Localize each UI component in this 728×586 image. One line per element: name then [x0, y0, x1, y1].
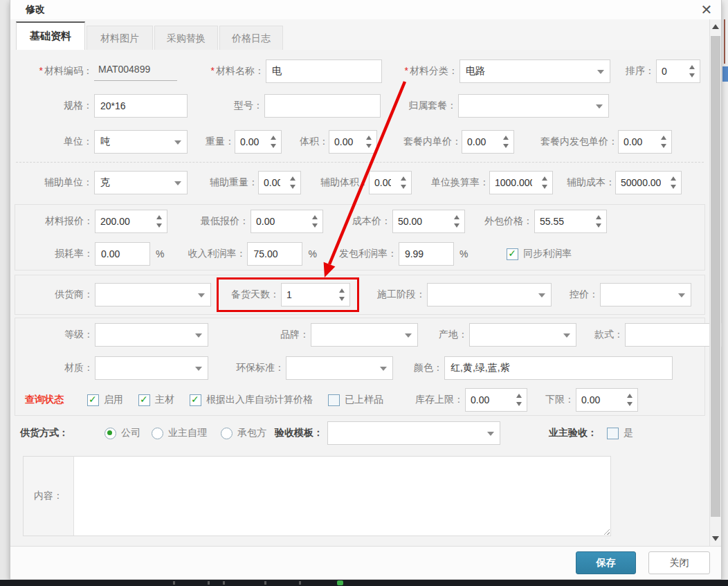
close-button[interactable]: 关闭 — [648, 551, 710, 574]
supplier-select[interactable] — [95, 283, 211, 306]
spin-up-icon[interactable] — [503, 136, 509, 140]
material-category-select[interactable]: 电路 — [459, 59, 610, 83]
model-input[interactable] — [264, 94, 381, 118]
spin-up-icon[interactable] — [671, 176, 676, 181]
min-quote-input[interactable] — [251, 210, 307, 232]
spin-down-icon[interactable] — [627, 402, 633, 406]
spin-up-icon[interactable] — [312, 215, 318, 219]
unit-select[interactable]: 吨 — [94, 130, 188, 154]
spin-down-icon[interactable] — [503, 144, 509, 148]
loss-rate-input[interactable] — [95, 242, 150, 266]
tab-material-images[interactable]: 材料图片 — [87, 26, 153, 51]
origin-select[interactable] — [469, 323, 576, 347]
vertical-scrollbar[interactable] — [709, 19, 721, 546]
scrollbar-thumb[interactable] — [711, 36, 720, 517]
form-row: 查询状态 启用 主材 根据出入库自动计算价格 已上样品 库存上限： 下限： — [15, 385, 704, 415]
spec-input[interactable] — [94, 94, 188, 118]
content-textarea[interactable] — [74, 457, 610, 535]
spin-down-icon[interactable] — [366, 144, 372, 148]
query-status-label: 查询状态 — [25, 394, 87, 406]
spin-up-icon[interactable] — [366, 136, 372, 140]
style-input[interactable] — [625, 323, 722, 347]
spin-down-icon[interactable] — [271, 144, 276, 148]
save-button[interactable]: 保存 — [576, 551, 636, 574]
spin-up-icon[interactable] — [454, 215, 459, 219]
sort-input[interactable] — [657, 60, 684, 82]
texture-select[interactable] — [95, 356, 208, 380]
spin-up-icon[interactable] — [516, 394, 522, 398]
out-price-input[interactable] — [535, 210, 591, 232]
scroll-up-icon[interactable] — [710, 21, 721, 33]
spin-up-icon[interactable] — [401, 176, 406, 181]
income-rate-input[interactable] — [247, 242, 302, 266]
aux-cost-stepper — [615, 171, 682, 194]
spin-up-icon[interactable] — [627, 394, 633, 398]
stock-days-input[interactable] — [282, 284, 334, 306]
spin-up-icon[interactable] — [339, 289, 345, 293]
tab-purchase-replace[interactable]: 采购替换 — [154, 26, 218, 51]
aux-weight-stepper — [258, 171, 301, 194]
tab-price-log[interactable]: 价格日志 — [219, 26, 283, 51]
spin-up-icon[interactable] — [689, 65, 695, 69]
auto-calc-checkbox[interactable] — [190, 394, 201, 406]
main-material-checkbox[interactable] — [138, 394, 150, 406]
out-rate-input[interactable] — [399, 242, 454, 266]
weight-label: 重量： — [196, 136, 235, 148]
accept-tpl-select[interactable] — [327, 421, 500, 445]
supply-mode-company-radio[interactable] — [104, 428, 116, 439]
pkg-unit-price-label: 套餐内单价： — [384, 136, 462, 148]
stage-select[interactable] — [427, 283, 552, 306]
spin-up-icon[interactable] — [290, 176, 295, 181]
belong-package-select[interactable] — [458, 94, 609, 118]
spin-down-icon[interactable] — [542, 185, 547, 189]
aux-weight-input[interactable] — [259, 172, 285, 194]
spin-down-icon[interactable] — [661, 144, 666, 148]
supply-mode-contractor-label: 承包方 — [237, 427, 266, 439]
close-icon[interactable]: ✕ — [698, 1, 716, 19]
material-name-input[interactable] — [266, 59, 382, 83]
volume-input[interactable] — [329, 131, 361, 153]
stock-max-input[interactable] — [466, 389, 511, 411]
price-ctrl-select[interactable] — [600, 283, 691, 306]
spin-up-icon[interactable] — [661, 136, 666, 140]
stock-max-label: 库存上限： — [404, 394, 464, 406]
color-input[interactable] — [444, 356, 673, 380]
sync-profit-checkbox[interactable] — [507, 248, 518, 260]
spin-down-icon[interactable] — [290, 185, 295, 189]
unit-rate-input[interactable] — [490, 172, 537, 194]
out-price-label: 外包价格： — [471, 215, 533, 228]
scroll-down-icon[interactable] — [710, 533, 721, 544]
spin-up-icon[interactable] — [156, 215, 162, 219]
quote-input[interactable] — [95, 210, 152, 232]
cost-price-input[interactable] — [393, 210, 449, 232]
weight-input[interactable] — [235, 131, 266, 153]
spin-down-icon[interactable] — [689, 73, 695, 77]
env-std-select[interactable] — [286, 356, 393, 380]
supply-mode-owner-radio[interactable] — [152, 428, 163, 439]
spin-up-icon[interactable] — [271, 136, 276, 140]
enabled-checkbox[interactable] — [87, 394, 99, 406]
spin-down-icon[interactable] — [339, 297, 345, 301]
spin-down-icon[interactable] — [454, 223, 459, 228]
stock-days-label: 备货天数： — [221, 289, 280, 301]
spin-down-icon[interactable] — [156, 223, 162, 228]
spin-down-icon[interactable] — [596, 223, 601, 228]
aux-cost-input[interactable] — [616, 172, 666, 194]
spin-down-icon[interactable] — [516, 402, 522, 406]
grade-select[interactable] — [95, 323, 208, 347]
sampled-checkbox[interactable] — [328, 394, 340, 406]
aux-unit-select[interactable]: 克 — [94, 171, 188, 194]
spin-down-icon[interactable] — [671, 185, 676, 189]
spin-up-icon[interactable] — [542, 176, 547, 181]
spin-down-icon[interactable] — [401, 185, 406, 189]
tab-basic-data[interactable]: 基础资料 — [16, 21, 85, 51]
supply-mode-contractor-radio[interactable] — [221, 428, 233, 439]
aux-volume-input[interactable] — [370, 172, 396, 194]
owner-accept-checkbox[interactable] — [607, 428, 619, 439]
stock-min-input[interactable] — [576, 389, 622, 411]
brand-select[interactable] — [311, 323, 418, 347]
pkg-unit-price-input[interactable] — [462, 131, 498, 153]
spin-up-icon[interactable] — [596, 215, 601, 219]
spin-down-icon[interactable] — [312, 223, 318, 228]
pkg-out-price-input[interactable] — [619, 131, 656, 153]
